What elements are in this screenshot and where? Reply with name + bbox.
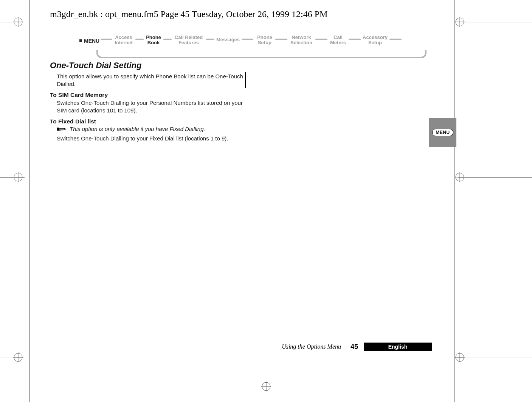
- menu-item-call-related-features: Call RelatedFeatures: [172, 35, 205, 45]
- menu-item-phone-book: PhoneBook: [144, 35, 163, 45]
- fixed-dial-body: Switches One-Touch Dialling to your Fixe…: [57, 135, 247, 142]
- svg-rect-21: [57, 128, 59, 131]
- page-root: m3gdr_en.bk : opt_menu.fm5 Page 45 Tuesd…: [0, 0, 532, 402]
- note-text: This option is only available if you hav…: [70, 126, 205, 132]
- column-divider: [245, 72, 246, 88]
- page-footer: Using the Options Menu 45 English: [50, 341, 454, 351]
- connector-icon: [275, 39, 287, 40]
- connector-icon: [206, 39, 214, 40]
- registration-mark-icon: [13, 17, 23, 27]
- main-content: One-Touch Dial Setting This option allow…: [50, 61, 247, 145]
- connector-icon: [135, 39, 144, 40]
- registration-mark-icon: [455, 352, 465, 362]
- menu-label: MENU: [79, 38, 99, 44]
- pointing-hand-icon: [57, 126, 67, 133]
- subhead-sim-card-memory: To SIM Card Memory: [50, 92, 247, 98]
- connector-icon: [389, 39, 402, 40]
- header-rule: [29, 23, 454, 23]
- connector-icon: [163, 39, 172, 40]
- menu-item-accessory-setup: AccessorySetup: [361, 35, 389, 45]
- note-fixed-dial: This option is only available if you hav…: [57, 126, 247, 133]
- menu-item-network-selection: NetworkSelection: [288, 35, 315, 45]
- section-title: One-Touch Dial Setting: [50, 61, 247, 70]
- menu-item-messages: Messages: [215, 37, 241, 42]
- crop-mark: [458, 357, 532, 357]
- connector-icon: [242, 39, 253, 40]
- menu-item-call-meters: CallMeters: [328, 35, 348, 45]
- menu-curve-icon: [96, 50, 427, 58]
- connector-icon: [349, 39, 361, 40]
- registration-mark-icon: [261, 382, 271, 391]
- connector-icon: [101, 39, 112, 40]
- menu-breadcrumb: MENU AccessInternet PhoneBook Call Relat…: [79, 35, 423, 56]
- registration-mark-icon: [455, 172, 465, 182]
- menu-item-phone-setup: PhoneSetup: [255, 35, 275, 45]
- crop-mark: [458, 22, 532, 22]
- registration-mark-icon: [455, 17, 465, 27]
- footer-section-title: Using the Options Menu: [282, 343, 341, 350]
- registration-mark-icon: [13, 172, 23, 182]
- footer-page-number: 45: [351, 343, 358, 351]
- side-tab-menu: MENU: [429, 118, 456, 147]
- crop-mark: [29, 0, 30, 402]
- menu-item-access-internet: AccessInternet: [113, 35, 135, 45]
- connector-icon: [315, 39, 327, 40]
- crop-mark: [458, 177, 532, 178]
- footer-language-badge: English: [364, 343, 432, 351]
- subhead-fixed-dial-list: To Fixed Dial list: [50, 118, 247, 125]
- sim-card-body: Switches One-Touch Dialling to your Pers…: [57, 99, 247, 114]
- menu-pill-label: MENU: [432, 129, 453, 136]
- intro-text: This option allows you to specify which …: [57, 73, 247, 88]
- running-head: m3gdr_en.bk : opt_menu.fm5 Page 45 Tuesd…: [50, 9, 327, 19]
- registration-mark-icon: [13, 352, 23, 362]
